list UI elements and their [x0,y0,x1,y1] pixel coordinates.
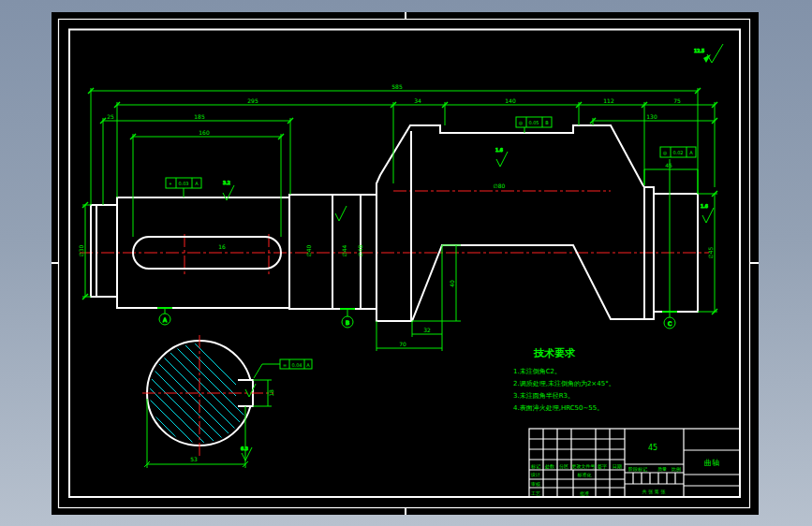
tb-header: 标记 [530,463,540,470]
dim-dia-right: ∅45 [707,246,714,258]
tb-header: 更改文件号 [572,463,596,469]
cad-viewport: 585 295 34 140 112 75 25 185 130 160 45 … [0,0,812,526]
svg-text:1.6: 1.6 [701,203,708,209]
section-dia: 53 [190,456,198,462]
dim-web-h: 40 [449,280,455,287]
svg-text:A: A [689,150,693,155]
dim-dia-j3: ∅48 [357,244,363,256]
svg-text:3.2: 3.2 [223,180,230,185]
tb-material: 45 [648,444,657,452]
dim-dia-pin: ∅80 [494,183,506,189]
dim-right-130: 130 [646,113,657,120]
tb-design: 设计 [530,472,540,477]
dim-overall: 585 [391,83,403,90]
gdt-symbol: ◎ [663,150,668,155]
tech-req-item: 1.未注倒角C2。 [513,367,561,375]
svg-text:A: A [306,362,310,368]
cad-drawing: 585 295 34 140 112 75 25 185 130 160 45 … [0,0,812,526]
dim-dia-j2: ∅44 [341,244,347,256]
section-key-width: 18 [268,389,274,397]
svg-text:0.03: 0.03 [178,181,188,186]
svg-text:6.3: 6.3 [241,446,248,451]
tb-approve: 批准 [580,490,589,497]
dim-key-w: 16 [218,243,226,250]
dim-dia-stub: ∅30 [78,244,84,256]
svg-text:A: A [195,181,199,186]
dim-left-25: 25 [107,113,114,120]
tb-stage: 阶段标记 [628,466,647,473]
dim-seg-295: 295 [247,97,258,104]
tb-sheets: 共 张 第 张 [642,489,666,495]
svg-text:1.6: 1.6 [495,147,503,153]
dim-journal-len: 45 [665,162,672,168]
tb-scale: 比例 [672,466,681,473]
dim-disc-t: 32 [423,327,431,333]
svg-text:0.04: 0.04 [291,362,302,368]
dim-seg-75: 75 [673,97,681,104]
tech-req-title: 技术要求 [533,347,576,359]
tech-req-item: 3.未注圆角半径R3。 [513,391,574,400]
dim-seg-34: 34 [414,97,421,104]
tb-part-name: 曲轴 [704,459,719,467]
tb-audit: 审核 [531,481,540,487]
tb-weight: 质量 [657,466,667,472]
svg-text:0.02: 0.02 [672,150,683,155]
gdt-symbol: = [283,362,287,368]
dim-key-len: 160 [199,129,210,136]
gdt-symbol: ◎ [519,120,524,125]
tb-process: 工艺 [531,490,540,496]
dim-dia-j1: ∅40 [305,244,312,256]
gdt-symbol: ⌖ [170,181,172,186]
svg-text:12.5: 12.5 [694,48,704,53]
tb-header: 处数 [545,463,554,470]
tb-header: 日期 [613,463,622,470]
dim-left-185: 185 [194,113,205,120]
tb-header: 分区 [559,463,568,469]
tb-standard: 标准化 [577,472,592,478]
dim-seg-140: 140 [505,97,516,104]
svg-text:B: B [346,319,349,326]
svg-text:C: C [668,320,672,327]
tb-header: 签字 [598,463,607,470]
svg-text:0.05: 0.05 [528,120,539,125]
dim-disc-total: 70 [399,341,406,347]
tech-req-item: 4.表面淬火处理,HRC50~55。 [513,404,603,412]
dim-seg-112: 112 [603,97,614,104]
svg-text:B: B [545,120,549,125]
tech-req-item: 2.调质处理,未注倒角的为2×45°。 [513,379,615,387]
drawing-sheet [52,12,759,515]
